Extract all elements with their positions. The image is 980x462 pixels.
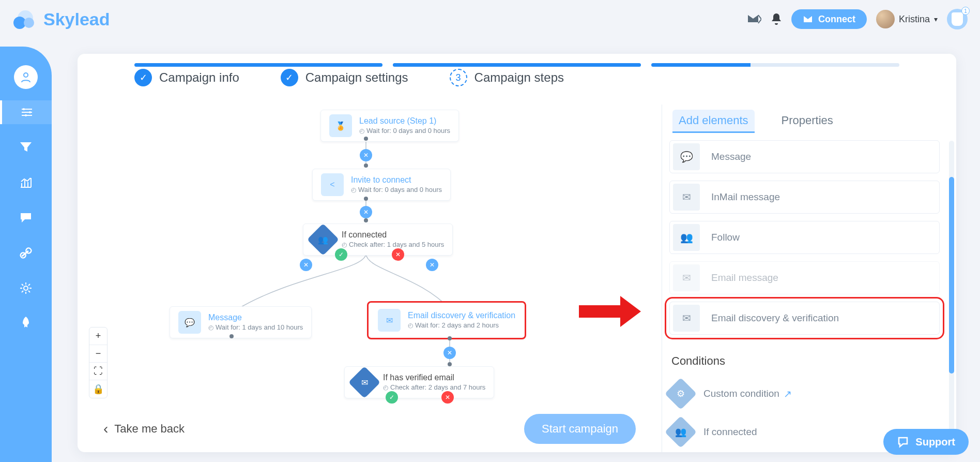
wizard-footer: ‹ Take me back Start campaign bbox=[78, 406, 662, 452]
email-icon: ✉ bbox=[673, 264, 700, 291]
yes-branch-icon: ✓ bbox=[386, 391, 398, 404]
svg-rect-7 bbox=[579, 305, 620, 318]
svg-point-6 bbox=[24, 286, 28, 290]
yes-branch-icon: ✓ bbox=[335, 248, 347, 261]
element-inmail[interactable]: ✉ InMail message bbox=[669, 181, 940, 214]
notifications-icon[interactable] bbox=[771, 12, 782, 26]
svg-point-1 bbox=[23, 108, 25, 110]
svg-marker-8 bbox=[620, 296, 641, 327]
element-label: InMail message bbox=[711, 191, 780, 203]
start-campaign-button[interactable]: Start campaign bbox=[524, 414, 636, 444]
step-campaign-steps[interactable]: 3 Campaign steps bbox=[450, 69, 564, 86]
flow-canvas[interactable]: 🏅 Lead source (Step 1) Wait for: 0 days … bbox=[78, 105, 662, 452]
external-link-icon[interactable]: ↗ bbox=[784, 388, 792, 400]
remove-connector-button[interactable]: ✕ bbox=[443, 347, 456, 359]
node-title: Message bbox=[208, 312, 303, 323]
node-if-verified-email[interactable]: ✉ If has verified email Check after: 2 d… bbox=[344, 366, 494, 398]
envelope-icon bbox=[803, 15, 813, 23]
element-follow[interactable]: 👥 Follow bbox=[669, 221, 940, 254]
element-email-message[interactable]: ✉ Email message bbox=[669, 261, 940, 294]
node-title: If has verified email bbox=[383, 372, 485, 383]
connect-button[interactable]: Connect bbox=[791, 9, 867, 29]
node-title: Invite to connect bbox=[351, 175, 442, 186]
chevron-down-icon: ▾ bbox=[934, 15, 938, 23]
svg-point-3 bbox=[25, 114, 27, 116]
stepper: ✓ Campaign info ✓ Campaign settings 3 Ca… bbox=[78, 69, 956, 92]
node-subtitle: Wait for: 2 days and 2 hours bbox=[408, 321, 515, 330]
inmail-icon: ✉ bbox=[673, 184, 700, 211]
brand-name: Skylead bbox=[43, 9, 110, 29]
remove-connector-button[interactable]: ✕ bbox=[426, 259, 438, 271]
element-message[interactable]: 💬 Message bbox=[669, 140, 940, 173]
connector-dot bbox=[448, 362, 452, 366]
elements-panel: Add elements Properties 💬 Message ✉ InMa… bbox=[662, 105, 956, 452]
tab-properties[interactable]: Properties bbox=[775, 110, 839, 133]
step-label: Campaign steps bbox=[474, 70, 564, 85]
bar-3 bbox=[651, 63, 899, 67]
send-mail-icon[interactable] bbox=[747, 13, 761, 25]
zoom-out-button[interactable]: − bbox=[89, 345, 107, 363]
node-message[interactable]: 💬 Message Wait for: 1 days and 10 hours bbox=[170, 306, 312, 338]
callout-arrow-icon bbox=[579, 296, 641, 327]
sidebar-item-analytics[interactable] bbox=[14, 171, 38, 195]
follow-icon: 👥 bbox=[673, 224, 700, 251]
node-if-connected[interactable]: 👥 If connected Check after: 1 days and 5… bbox=[303, 223, 453, 256]
tab-add-elements[interactable]: Add elements bbox=[672, 110, 755, 133]
connector-dot bbox=[364, 137, 368, 141]
sidebar-item-settings[interactable] bbox=[0, 100, 52, 124]
zoom-in-button[interactable]: + bbox=[89, 327, 107, 345]
node-email-discovery[interactable]: ✉ Email discovery & verification Wait fo… bbox=[368, 302, 525, 338]
support-button[interactable]: Support bbox=[883, 429, 969, 455]
connector-dot bbox=[448, 336, 452, 340]
lock-canvas-button[interactable]: 🔒 bbox=[89, 380, 107, 398]
fit-screen-button[interactable]: ⛶ bbox=[89, 363, 107, 380]
condition-custom[interactable]: ⚙ Custom condition ↗ bbox=[669, 378, 940, 409]
connector-dot bbox=[364, 197, 368, 201]
canvas-zoom-controls: + − ⛶ 🔒 bbox=[89, 327, 108, 398]
back-button[interactable]: ‹ Take me back bbox=[103, 421, 185, 437]
step-label: Campaign info bbox=[159, 70, 239, 85]
main-card: ✓ Campaign info ✓ Campaign settings 3 Ca… bbox=[78, 54, 956, 452]
element-label: Email discovery & verification bbox=[711, 312, 839, 324]
support-label: Support bbox=[915, 436, 955, 448]
avatar bbox=[876, 10, 895, 28]
no-branch-icon: ✕ bbox=[392, 248, 404, 261]
remove-connector-button[interactable]: ✕ bbox=[300, 259, 312, 271]
badge-count: 1 bbox=[961, 7, 970, 15]
step-campaign-info[interactable]: ✓ Campaign info bbox=[134, 69, 239, 86]
node-lead-source[interactable]: 🏅 Lead source (Step 1) Wait for: 0 days … bbox=[320, 110, 459, 142]
node-invite-to-connect[interactable]: < Invite to connect Wait for: 0 days and… bbox=[312, 169, 451, 201]
brand-logo[interactable]: Skylead bbox=[12, 7, 110, 31]
gears-icon: ⚙ bbox=[665, 378, 697, 410]
chevron-left-icon: ‹ bbox=[103, 421, 108, 437]
element-label: Follow bbox=[711, 232, 740, 243]
sidebar-item-config[interactable] bbox=[14, 276, 38, 300]
share-icon: < bbox=[321, 173, 344, 196]
sidebar-item-links[interactable] bbox=[14, 241, 38, 265]
condition-label: Custom condition bbox=[703, 388, 779, 399]
step-campaign-settings[interactable]: ✓ Campaign settings bbox=[281, 69, 408, 86]
connect-label: Connect bbox=[818, 14, 855, 25]
message-icon: 💬 bbox=[178, 311, 201, 334]
node-subtitle: Check after: 2 days and 7 hours bbox=[383, 383, 485, 392]
condition-label: If connected bbox=[703, 426, 757, 438]
panel-scrollbar-thumb[interactable] bbox=[949, 177, 954, 374]
sidebar-item-filter[interactable] bbox=[14, 136, 38, 159]
app-header: Skylead Connect Kristina ▾ 1 bbox=[0, 0, 980, 38]
element-email-discovery[interactable]: ✉ Email discovery & verification bbox=[669, 302, 940, 335]
step-label: Campaign settings bbox=[305, 70, 408, 85]
sidebar-item-profile[interactable] bbox=[14, 65, 38, 89]
svg-point-2 bbox=[29, 111, 31, 113]
chat-icon bbox=[897, 436, 909, 448]
user-name: Kristina bbox=[899, 14, 930, 25]
sidebar-item-chat[interactable] bbox=[14, 206, 38, 230]
remove-connector-button[interactable]: ✕ bbox=[360, 206, 372, 218]
check-icon: ✓ bbox=[134, 69, 152, 86]
back-label: Take me back bbox=[114, 422, 185, 436]
user-menu[interactable]: Kristina ▾ bbox=[876, 10, 938, 28]
sidebar-item-launch[interactable] bbox=[14, 311, 38, 335]
check-icon: ✓ bbox=[281, 69, 298, 86]
decision-icon: ✉ bbox=[348, 366, 380, 398]
remove-connector-button[interactable]: ✕ bbox=[360, 149, 372, 161]
account-badge[interactable]: 1 bbox=[947, 9, 968, 29]
